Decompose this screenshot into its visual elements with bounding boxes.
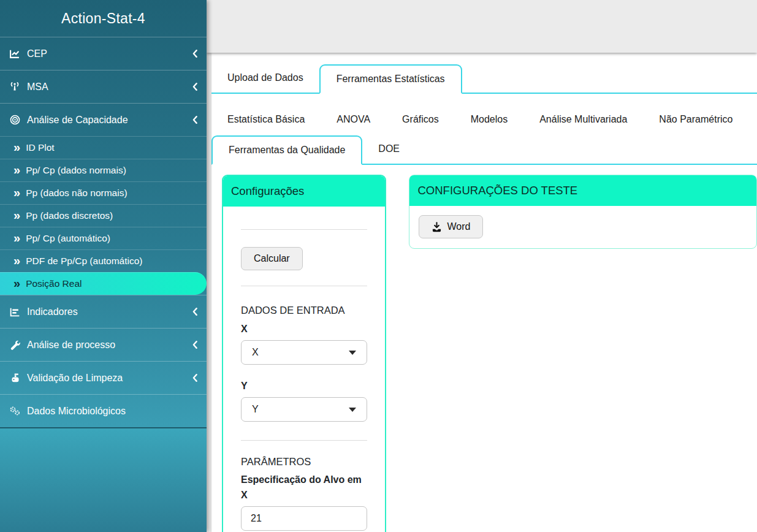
sidebar: Action-Stat-4 CEP MSA Análise de Capaci — [0, 0, 207, 532]
sidebar-item-analise-capacidade[interactable]: Análise de Capacidade — [0, 103, 207, 136]
config-panel: Configurações Calcular DADOS DE ENTRADA … — [222, 175, 386, 532]
double-angle-icon: » — [13, 164, 20, 176]
word-export-button[interactable]: Word — [419, 215, 483, 238]
sub-tabbar: Estatística Básica ANOVA Gráficos Modelo… — [211, 105, 757, 165]
sidebar-item-validacao-limpeza[interactable]: Validação de Limpeza — [0, 361, 207, 394]
x-label: X — [241, 321, 367, 336]
bar-chart-icon — [9, 307, 21, 317]
sidebar-item-label: Análise de Capacidade — [27, 115, 192, 126]
app-title: Action-Stat-4 — [0, 0, 207, 37]
target-spec-label: Especificação do Alvo em X — [241, 472, 367, 503]
sidebar-item-analise-processo[interactable]: Análise de processo — [0, 328, 207, 361]
chart-line-icon — [9, 49, 21, 59]
double-angle-icon: » — [13, 209, 20, 221]
input-data-section-label: DADOS DE ENTRADA — [241, 305, 367, 316]
y-label: Y — [241, 378, 367, 393]
divider — [241, 440, 367, 441]
chevron-down-icon — [349, 408, 356, 412]
broadcast-icon — [9, 82, 21, 92]
sidebar-subitem-pdf-ppcp[interactable]: » PDF de Pp/Cp (automático) — [0, 249, 207, 272]
main-tabbar: Upload de Dados Ferramentas Estatísticas — [211, 63, 757, 94]
tab-graficos[interactable]: Gráficos — [386, 105, 455, 134]
sidebar-subitem-label: Pp/ Cp (dados normais) — [26, 165, 126, 176]
sidebar-subitem-label: PDF de Pp/Cp (automático) — [26, 256, 142, 267]
parameters-section-label: PARÂMETROS — [241, 456, 367, 468]
sidebar-filler — [0, 427, 207, 532]
config-panel-header: Configurações — [223, 176, 385, 207]
sidebar-item-dados-microbiologicos[interactable]: Dados Microbiológicos — [0, 394, 207, 427]
wrench-icon — [9, 340, 21, 350]
microbe-icon — [9, 406, 21, 416]
double-angle-icon: » — [13, 277, 20, 289]
y-select-value: Y — [252, 404, 259, 415]
sidebar-item-cep[interactable]: CEP — [0, 37, 207, 70]
chevron-left-icon — [192, 115, 198, 124]
sidebar-subitem-label: Pp (dados não normais) — [26, 188, 127, 199]
double-angle-icon: » — [13, 232, 20, 244]
main-area: Upload de Dados Ferramentas Estatísticas… — [207, 0, 757, 532]
tab-upload-de-dados[interactable]: Upload de Dados — [211, 63, 319, 93]
sidebar-subitem-id-plot[interactable]: » ID Plot — [0, 136, 207, 159]
divider — [241, 286, 367, 286]
app-root: Action-Stat-4 CEP MSA Análise de Capaci — [0, 0, 757, 532]
word-button-label: Word — [447, 221, 470, 232]
double-angle-icon: » — [13, 254, 20, 267]
tab-estatistica-basica[interactable]: Estatística Básica — [211, 105, 321, 134]
chevron-left-icon — [192, 82, 198, 91]
y-variable-select[interactable]: Y — [241, 397, 367, 422]
test-config-panel: CONFIGURAÇÕES DO TESTE Word — [409, 175, 757, 249]
chevron-left-icon — [192, 340, 198, 349]
target-spec-input[interactable] — [241, 506, 367, 531]
tab-doe[interactable]: DOE — [362, 134, 416, 164]
tab-nao-parametrico[interactable]: Não Paramétrico — [643, 105, 748, 134]
sidebar-subitem-label: ID Plot — [26, 142, 55, 153]
chevron-left-icon — [192, 373, 198, 382]
divider — [241, 229, 367, 230]
download-icon — [432, 222, 442, 232]
chevron-left-icon — [192, 49, 198, 58]
tab-analise-multivariada[interactable]: Análise Multivariada — [523, 105, 643, 134]
content-card: Upload de Dados Ferramentas Estatísticas… — [211, 53, 757, 532]
tab-modelos[interactable]: Modelos — [455, 105, 523, 134]
sidebar-subitem-ppcp-normais[interactable]: » Pp/ Cp (dados normais) — [0, 159, 207, 181]
sidebar-item-label: CEP — [27, 48, 192, 59]
panels-row: Configurações Calcular DADOS DE ENTRADA … — [222, 175, 757, 532]
sidebar-subitem-label: Pp/ Cp (automático) — [26, 233, 110, 244]
sidebar-subitem-pp-discretos[interactable]: » Pp (dados discretos) — [0, 204, 207, 227]
sidebar-subitem-ppcp-automatico[interactable]: » Pp/ Cp (automático) — [0, 227, 207, 249]
chevron-left-icon — [192, 307, 198, 316]
tab-ferramentas-estatisticas[interactable]: Ferramentas Estatísticas — [319, 64, 462, 94]
double-angle-icon: » — [13, 141, 20, 153]
sidebar-item-label: Indicadores — [27, 306, 192, 317]
sidebar-subitem-posicao-real[interactable]: » Posição Real — [0, 272, 207, 295]
chevron-down-icon — [349, 351, 356, 355]
sidebar-item-msa[interactable]: MSA — [0, 70, 207, 103]
bullseye-icon — [9, 115, 21, 125]
x-select-value: X — [252, 347, 259, 358]
sidebar-item-label: Análise de processo — [27, 340, 192, 351]
x-variable-select[interactable]: X — [241, 340, 367, 365]
sidebar-item-label: MSA — [27, 82, 192, 93]
topbar — [207, 0, 757, 53]
tab-ferramentas-da-qualidade[interactable]: Ferramentas da Qualidade — [211, 135, 362, 165]
test-panel-header: CONFIGURAÇÕES DO TESTE — [409, 175, 756, 206]
sidebar-item-indicadores[interactable]: Indicadores — [0, 295, 207, 328]
tab-anova[interactable]: ANOVA — [321, 105, 386, 134]
sidebar-item-label: Dados Microbiológicos — [27, 406, 198, 417]
double-angle-icon: » — [13, 186, 20, 199]
sidebar-subitem-label: Posição Real — [26, 278, 82, 289]
calcular-button[interactable]: Calcular — [241, 247, 303, 270]
soap-pump-icon — [9, 373, 21, 383]
sidebar-subitem-label: Pp (dados discretos) — [26, 210, 113, 221]
sidebar-subitem-pp-nao-normais[interactable]: » Pp (dados não normais) — [0, 181, 207, 204]
sidebar-item-label: Validação de Limpeza — [27, 373, 192, 384]
